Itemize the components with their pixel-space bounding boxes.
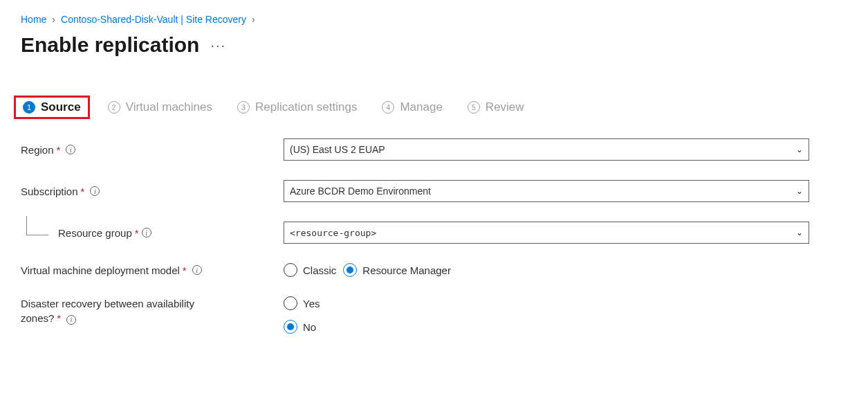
radio-icon-selected xyxy=(343,263,357,277)
radio-dr-no[interactable]: No xyxy=(284,320,316,334)
step-label: Review xyxy=(486,100,524,114)
chevron-down-icon: ⌄ xyxy=(796,228,803,237)
region-value: (US) East US 2 EUAP xyxy=(290,144,385,155)
dr-zones-radio-group: Yes No xyxy=(284,296,809,334)
form-row-region: Region * i (US) East US 2 EUAP ⌄ xyxy=(21,138,847,161)
step-manage[interactable]: 4 Manage xyxy=(382,100,442,114)
form-row-subscription: Subscription * i Azure BCDR Demo Environ… xyxy=(21,180,847,202)
more-actions-button[interactable]: ··· xyxy=(210,37,226,53)
radio-icon xyxy=(284,296,297,310)
required-mark: * xyxy=(57,312,61,324)
step-number-badge: 4 xyxy=(382,101,394,114)
radio-icon xyxy=(284,263,297,277)
step-label: Manage xyxy=(400,100,442,114)
step-number-badge: 2 xyxy=(108,101,120,114)
title-row: Enable replication ··· xyxy=(21,33,847,57)
resource-group-value: <resource-group> xyxy=(290,228,376,238)
deployment-model-label: Virtual machine deployment model xyxy=(21,264,180,276)
form-row-dr-zones: Disaster recovery between availability z… xyxy=(21,296,847,334)
step-number-badge: 1 xyxy=(23,101,35,114)
breadcrumb: Home › Contoso-Shared-Disk-Vault | Site … xyxy=(21,14,847,25)
breadcrumb-home[interactable]: Home xyxy=(21,14,46,25)
radio-label: No xyxy=(303,321,316,333)
resource-group-dropdown[interactable]: <resource-group> ⌄ xyxy=(284,222,809,244)
resource-group-label: Resource group xyxy=(58,227,132,239)
step-number-badge: 5 xyxy=(468,101,480,114)
step-source[interactable]: 1 Source xyxy=(14,96,90,119)
step-label: Replication settings xyxy=(255,100,357,114)
info-icon[interactable]: i xyxy=(66,315,76,325)
step-label: Virtual machines xyxy=(126,100,212,114)
chevron-right-icon: › xyxy=(52,14,55,25)
radio-resource-manager[interactable]: Resource Manager xyxy=(343,263,451,277)
region-label: Region xyxy=(21,144,54,156)
wizard-steps: 1 Source 2 Virtual machines 3 Replicatio… xyxy=(21,98,847,116)
required-mark: * xyxy=(57,144,61,156)
info-icon[interactable]: i xyxy=(192,265,202,275)
info-icon[interactable]: i xyxy=(142,228,151,237)
step-virtual-machines[interactable]: 2 Virtual machines xyxy=(108,100,212,114)
step-number-badge: 3 xyxy=(237,101,250,114)
page-title: Enable replication xyxy=(21,33,199,57)
radio-label: Yes xyxy=(303,298,320,309)
breadcrumb-vault[interactable]: Contoso-Shared-Disk-Vault | Site Recover… xyxy=(61,14,246,25)
dr-zones-label: Disaster recovery between availability z… xyxy=(21,296,194,326)
region-dropdown[interactable]: (US) East US 2 EUAP ⌄ xyxy=(284,138,809,161)
step-label: Source xyxy=(41,100,81,114)
step-replication-settings[interactable]: 3 Replication settings xyxy=(237,100,357,114)
radio-dr-yes[interactable]: Yes xyxy=(284,296,320,310)
chevron-down-icon: ⌄ xyxy=(796,186,803,196)
info-icon[interactable]: i xyxy=(90,186,100,196)
deployment-model-radio-group: Classic Resource Manager xyxy=(284,263,809,277)
tree-branch-icon: Resource group * i xyxy=(21,223,151,242)
radio-label: Resource Manager xyxy=(362,264,451,276)
subscription-dropdown[interactable]: Azure BCDR Demo Environment ⌄ xyxy=(284,180,809,202)
info-icon[interactable]: i xyxy=(66,145,75,154)
form-row-deployment-model: Virtual machine deployment model * i Cla… xyxy=(21,263,847,277)
radio-classic[interactable]: Classic xyxy=(284,263,336,277)
radio-label: Classic xyxy=(303,264,336,276)
radio-icon-selected xyxy=(284,320,297,334)
step-review[interactable]: 5 Review xyxy=(468,100,524,114)
form-row-resource-group: Resource group * i <resource-group> ⌄ xyxy=(21,222,847,244)
subscription-value: Azure BCDR Demo Environment xyxy=(290,186,431,197)
required-mark: * xyxy=(135,227,139,239)
subscription-label: Subscription xyxy=(21,186,78,197)
required-mark: * xyxy=(81,186,85,197)
required-mark: * xyxy=(183,264,187,276)
chevron-down-icon: ⌄ xyxy=(796,145,803,154)
chevron-right-icon: › xyxy=(252,14,255,25)
